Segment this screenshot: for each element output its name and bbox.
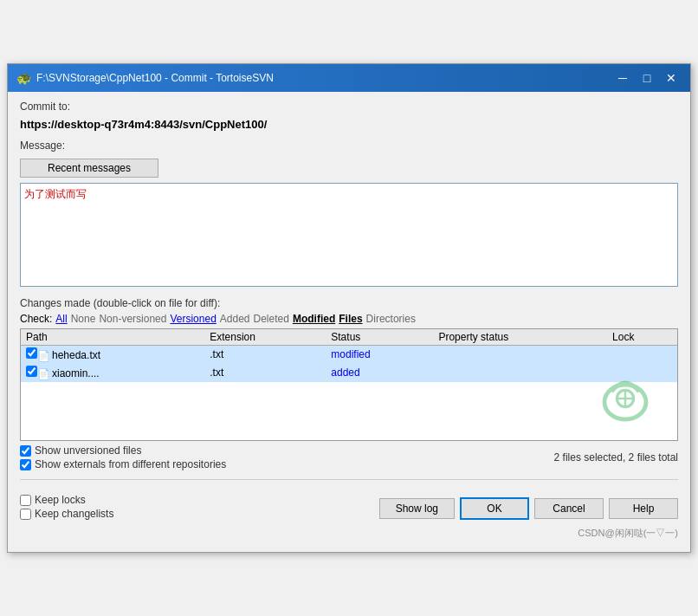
file-icon: 📄 <box>37 368 49 380</box>
show-unversioned-row[interactable]: Show unversioned files <box>20 444 226 457</box>
file-extension: .txt <box>204 346 326 364</box>
show-externals-row[interactable]: Show externals from different repositori… <box>20 458 226 470</box>
title-bar: 🐢 F:\SVNStorage\CppNet100 - Commit - Tor… <box>8 64 690 92</box>
message-label: Message: <box>20 139 678 152</box>
message-textarea[interactable]: 为了测试而写 <box>20 183 678 287</box>
col-status: Status <box>326 329 433 346</box>
check-deleted-link[interactable]: Deleted <box>254 313 289 325</box>
title-controls: ─ □ ✕ <box>612 69 682 87</box>
cancel-button[interactable]: Cancel <box>534 498 604 519</box>
changes-label: Changes made (double-click on file for d… <box>20 297 678 309</box>
app-icon: 🐢 <box>16 71 31 85</box>
divider <box>20 479 678 480</box>
show-externals-checkbox[interactable] <box>20 459 31 470</box>
help-button[interactable]: Help <box>609 498 678 519</box>
check-none-link[interactable]: None <box>71 313 96 325</box>
file-extension: .txt <box>204 364 326 382</box>
check-row: Check: All None Non-versioned Versioned … <box>20 313 678 325</box>
main-window: 🐢 F:\SVNStorage\CppNet100 - Commit - Tor… <box>7 63 691 553</box>
check-label: Check: <box>20 313 52 325</box>
check-files-link[interactable]: Files <box>339 313 362 325</box>
check-modified-link[interactable]: Modified <box>293 313 335 325</box>
title-bar-left: 🐢 F:\SVNStorage\CppNet100 - Commit - Tor… <box>16 71 274 85</box>
window-title: F:\SVNStorage\CppNet100 - Commit - Torto… <box>36 72 274 84</box>
recent-messages-button[interactable]: Recent messages <box>20 159 158 178</box>
keep-locks-checkbox[interactable] <box>20 495 31 506</box>
row-checkbox[interactable] <box>26 366 37 377</box>
file-path: xiaomin.... <box>52 367 100 379</box>
check-directories-link[interactable]: Directories <box>366 313 416 325</box>
row-checkbox[interactable] <box>26 347 37 359</box>
keep-changelists-row[interactable]: Keep changelists <box>20 508 113 520</box>
check-versioned-link[interactable]: Versioned <box>170 313 216 325</box>
keep-locks-label: Keep locks <box>35 494 86 506</box>
maximize-button[interactable]: □ <box>637 69 657 87</box>
commit-to-label: Commit to: <box>20 101 678 113</box>
row-checkbox-cell[interactable]: 📄heheda.txt <box>21 346 204 364</box>
bottom-row: Keep locks Keep changelists Show log OK … <box>20 494 678 528</box>
check-added-link[interactable]: Added <box>220 313 250 325</box>
col-property-status: Property status <box>433 329 607 346</box>
col-path: Path <box>21 329 204 346</box>
watermark-text: CSDN@闲闲哒(一▽一) <box>578 528 678 538</box>
close-button[interactable]: ✕ <box>661 69 682 87</box>
file-status: modified <box>326 346 433 364</box>
file-property-status <box>433 364 607 382</box>
table-row[interactable]: 📄heheda.txt.txtmodified <box>21 346 677 364</box>
row-checkbox-cell[interactable]: 📄xiaomin.... <box>21 364 204 382</box>
minimize-button[interactable]: ─ <box>612 69 633 87</box>
file-path: heheda.txt <box>52 349 100 361</box>
show-log-button[interactable]: Show log <box>379 498 455 519</box>
file-icon: 📄 <box>37 350 49 362</box>
file-table-container: Path Extension Status Property status Lo… <box>20 328 678 441</box>
bottom-buttons: Show log OK Cancel Help <box>379 497 678 520</box>
keep-changelists-label: Keep changelists <box>35 508 113 520</box>
show-unversioned-label: Show unversioned files <box>35 444 141 457</box>
file-table: Path Extension Status Property status Lo… <box>21 329 677 382</box>
col-extension: Extension <box>204 329 326 346</box>
check-non-versioned-link[interactable]: Non-versioned <box>99 313 166 325</box>
dialog-content: Commit to: https://desktop-q73r4m4:8443/… <box>8 92 690 552</box>
ok-button[interactable]: OK <box>460 497 529 520</box>
col-lock: Lock <box>607 329 677 346</box>
file-lock <box>607 346 677 364</box>
keep-changelists-checkbox[interactable] <box>20 509 31 520</box>
svn-logo <box>591 364 660 436</box>
check-all-link[interactable]: All <box>55 313 67 325</box>
file-status: added <box>326 364 433 382</box>
changes-section: Changes made (double-click on file for d… <box>20 297 678 470</box>
show-unversioned-checkbox[interactable] <box>20 445 31 457</box>
files-count: 2 files selected, 2 files total <box>554 451 678 464</box>
file-property-status <box>433 346 607 364</box>
show-externals-label: Show externals from different repositori… <box>35 458 226 470</box>
table-row[interactable]: 📄xiaomin.....txtadded <box>21 364 677 382</box>
keep-locks-row[interactable]: Keep locks <box>20 494 113 506</box>
bottom-left: Keep locks Keep changelists <box>20 494 113 520</box>
commit-url: https://desktop-q73r4m4:8443/svn/CppNet1… <box>20 118 678 131</box>
